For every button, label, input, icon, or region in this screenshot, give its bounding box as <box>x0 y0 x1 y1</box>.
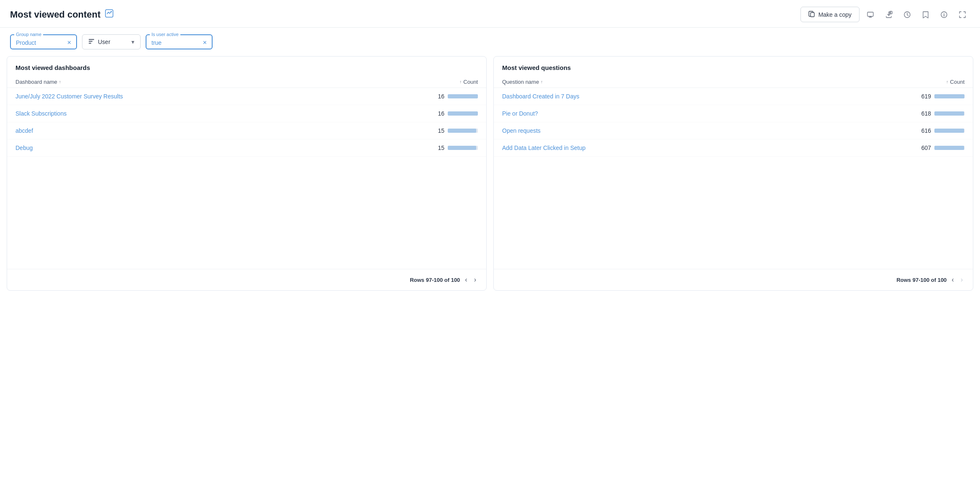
header-left: Most viewed content <box>10 9 114 20</box>
dashboard-row-count-3: 15 <box>434 144 444 151</box>
questions-panel: Most viewed questions Question name ↑ ↑ … <box>493 56 973 291</box>
question-row-count-area-3: 607 <box>906 144 965 151</box>
questions-panel-title: Most viewed questions <box>494 57 973 76</box>
make-copy-label: Make a copy <box>818 11 852 18</box>
questions-table-header: Question name ↑ ↑ Count <box>494 76 973 88</box>
question-row-bar-3 <box>934 146 965 150</box>
questions-next-button[interactable]: › <box>959 275 965 284</box>
is-user-active-label: Is user active <box>150 32 180 37</box>
group-name-filter[interactable]: Group name Product × <box>10 34 77 49</box>
page-container: Most viewed content Make a copy <box>0 0 980 485</box>
page-title: Most viewed content <box>10 9 100 20</box>
dashboard-row-link-3[interactable]: Debug <box>15 144 419 151</box>
question-row-count-3: 607 <box>921 144 931 151</box>
dashboard-row-count-area-3: 15 <box>419 144 478 151</box>
user-filter-dropdown[interactable]: User ▾ <box>82 34 141 49</box>
dashboards-next-button[interactable]: › <box>472 275 478 284</box>
dashboard-row-link-2[interactable]: abcdef <box>15 127 419 134</box>
svg-rect-9 <box>89 41 92 42</box>
question-row-link-0[interactable]: Dashboard Created in 7 Days <box>502 93 906 100</box>
dashboards-panel-title: Most viewed dashboards <box>7 57 486 76</box>
user-filter-value: User <box>98 39 110 45</box>
user-filter-icon <box>88 38 95 46</box>
analytics-icon <box>105 9 114 20</box>
dashboards-prev-button[interactable]: ‹ <box>463 275 469 284</box>
group-name-content: Product × <box>16 39 71 46</box>
questions-panel-footer: Rows 97-100 of 100 ‹ › <box>494 269 973 290</box>
table-row: Open requests 616 <box>494 122 973 139</box>
table-row: abcdef 15 <box>7 122 486 139</box>
info-button[interactable] <box>936 7 952 22</box>
dashboards-col-count: ↑ Count <box>419 79 478 85</box>
dashboard-row-count-area-1: 16 <box>419 110 478 117</box>
dashboard-row-count-area-0: 16 <box>419 93 478 100</box>
question-row-link-1[interactable]: Pie or Donut? <box>502 110 906 117</box>
is-user-active-filter[interactable]: Is user active true × <box>146 34 213 49</box>
dashboards-panel: Most viewed dashboards Dashboard name ↑ … <box>7 56 487 291</box>
question-row-count-area-0: 619 <box>906 93 965 100</box>
copy-icon <box>808 10 815 18</box>
question-row-count-1: 618 <box>921 110 931 117</box>
question-row-link-3[interactable]: Add Data Later Clicked in Setup <box>502 144 906 151</box>
question-row-bar-0 <box>934 94 965 98</box>
question-row-link-2[interactable]: Open requests <box>502 127 906 134</box>
content-area: Most viewed dashboards Dashboard name ↑ … <box>0 56 980 297</box>
dashboard-row-link-1[interactable]: Slack Subscriptions <box>15 110 419 117</box>
question-row-bar-2 <box>934 129 965 133</box>
dashboard-row-bar-2 <box>448 129 478 133</box>
questions-table-body: Dashboard Created in 7 Days 619 Pie or D… <box>494 88 973 269</box>
svg-rect-3 <box>867 12 873 16</box>
dashboards-pagination-text: Rows 97-100 of 100 <box>410 277 460 283</box>
dashboards-table-header: Dashboard name ↑ ↑ Count <box>7 76 486 88</box>
dashboard-row-link-0[interactable]: June/July 2022 Customer Survey Results <box>15 93 419 100</box>
question-row-count-area-2: 616 <box>906 127 965 134</box>
export-button[interactable] <box>881 7 896 22</box>
dashboard-row-bar-0 <box>448 94 478 98</box>
questions-col-count: ↑ Count <box>906 79 965 85</box>
group-name-clear-button[interactable]: × <box>67 39 71 46</box>
dashboard-name-sort-icon[interactable]: ↑ <box>59 80 61 84</box>
dashboard-row-count-0: 16 <box>434 93 444 100</box>
dashboard-row-count-area-2: 15 <box>419 127 478 134</box>
user-filter-arrow: ▾ <box>131 39 134 45</box>
fullscreen-button[interactable] <box>955 7 970 22</box>
svg-rect-2 <box>811 13 814 17</box>
question-row-count-0: 619 <box>921 93 931 100</box>
filters-row: Group name Product × User ▾ Is user acti… <box>0 28 980 56</box>
question-row-count-2: 616 <box>921 127 931 134</box>
svg-point-1 <box>111 11 112 13</box>
table-row: Add Data Later Clicked in Setup 607 <box>494 139 973 157</box>
dashboards-col-name: Dashboard name ↑ <box>15 79 419 85</box>
table-row: Pie or Donut? 618 <box>494 105 973 122</box>
dashboards-table-body: June/July 2022 Customer Survey Results 1… <box>7 88 486 269</box>
group-name-value: Product <box>16 39 36 46</box>
dashboard-row-count-1: 16 <box>434 110 444 117</box>
bookmark-button[interactable] <box>918 7 933 22</box>
table-row: Slack Subscriptions 16 <box>7 105 486 122</box>
table-row: Debug 15 <box>7 139 486 157</box>
svg-point-7 <box>944 13 944 14</box>
dashboard-count-sort-icon[interactable]: ↑ <box>459 80 462 84</box>
dashboards-panel-footer: Rows 97-100 of 100 ‹ › <box>7 269 486 290</box>
questions-col-name: Question name ↑ <box>502 79 906 85</box>
svg-rect-8 <box>89 39 94 40</box>
table-row: Dashboard Created in 7 Days 619 <box>494 88 973 105</box>
history-button[interactable] <box>900 7 915 22</box>
header: Most viewed content Make a copy <box>0 0 980 28</box>
question-row-count-area-1: 618 <box>906 110 965 117</box>
is-user-active-value: true <box>151 39 162 46</box>
dashboard-row-count-2: 15 <box>434 127 444 134</box>
question-name-sort-icon[interactable]: ↑ <box>541 80 543 84</box>
dashboard-row-bar-3 <box>448 146 478 150</box>
make-copy-button[interactable]: Make a copy <box>800 7 859 22</box>
table-row: June/July 2022 Customer Survey Results 1… <box>7 88 486 105</box>
question-count-sort-icon[interactable]: ↑ <box>946 80 948 84</box>
is-user-active-clear-button[interactable]: × <box>203 39 207 46</box>
header-actions: Make a copy <box>800 7 970 22</box>
questions-prev-button[interactable]: ‹ <box>950 275 955 284</box>
present-button[interactable] <box>863 7 878 22</box>
questions-pagination-text: Rows 97-100 of 100 <box>896 277 947 283</box>
group-name-label: Group name <box>14 32 43 37</box>
svg-rect-10 <box>89 43 91 44</box>
dashboard-row-bar-1 <box>448 111 478 116</box>
